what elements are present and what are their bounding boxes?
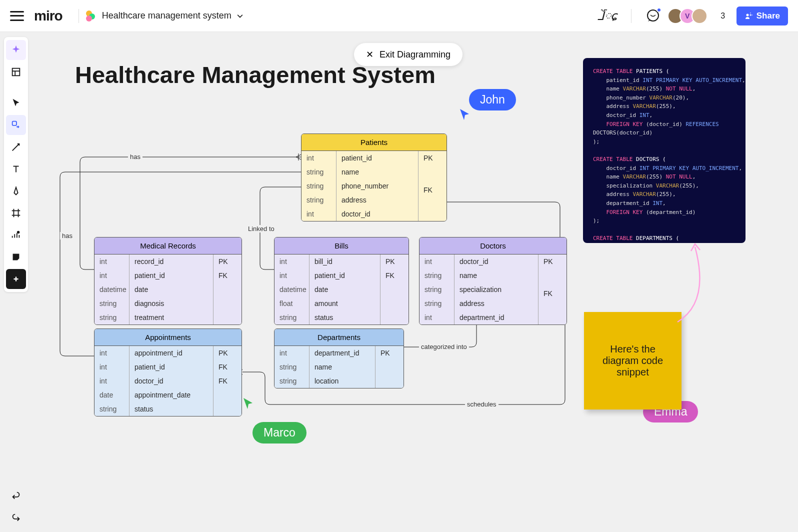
collaborator-avatars[interactable]: V [668,8,708,24]
template-tool[interactable] [6,62,26,82]
chat-icon[interactable] [646,8,660,24]
entity-title: Doctors [420,238,566,254]
cursor-marco: Marco [242,412,306,444]
svg-point-2 [750,14,751,16]
connector-tool[interactable] [6,137,26,157]
entity-appointments[interactable]: Appointments intintintdatestringappointm… [94,328,242,416]
divider [631,9,632,23]
svg-line-21 [296,154,301,157]
svg-rect-8 [12,122,16,126]
select-tool[interactable] [6,93,26,113]
entity-title: Bills [274,238,408,254]
add-tool[interactable] [6,269,26,289]
ai-tool[interactable] [6,40,26,60]
page-title: Healthcare Management System [75,61,436,88]
shapes-tool[interactable] [6,115,26,135]
frame-tool[interactable] [6,203,26,223]
arrow-annotation [670,242,730,327]
sticker-tool[interactable] [6,247,26,267]
entity-patients[interactable]: Patients intstringstringstringintpatient… [301,134,447,222]
entity-medical-records[interactable]: Medical Records intintdatetimestringstri… [94,237,242,325]
scribble-icon[interactable]: ᒧོɕ [597,9,617,23]
code-panel[interactable]: CREATE TABLE PATIENTS ( patient_id INT P… [583,58,746,243]
menu-button[interactable] [10,11,24,21]
entity-title: Appointments [94,329,242,346]
entity-title: Patients [302,134,446,151]
canvas[interactable]: ✕ Exit Diagramming Healthcare Management… [30,32,793,532]
text-tool[interactable] [6,159,26,179]
edge-label: categorized into [419,343,469,350]
cursor-john: John [459,89,516,110]
redo-button[interactable] [6,508,26,528]
chevron-down-icon[interactable] [236,12,244,20]
undo-button[interactable] [6,486,26,506]
edge-label: Linked to [246,225,276,232]
svg-point-1 [746,14,748,16]
svg-line-22 [296,157,301,160]
close-icon: ✕ [366,49,374,60]
edge-label: has [60,232,74,240]
svg-rect-5 [12,68,20,76]
share-button[interactable]: Share [736,6,788,26]
entity-title: Medical Records [94,238,242,254]
chart-tool[interactable] [6,225,26,245]
entity-departments[interactable]: Departments intstringstringdepartment_id… [274,328,404,388]
entity-doctors[interactable]: Doctors intstringstringstringintdoctor_i… [419,237,567,325]
pen-tool[interactable] [6,181,26,201]
project-icon [86,10,97,22]
edge-label: schedules [465,400,498,408]
user-count: 3 [716,10,730,22]
top-bar: miro Healthcare management system ᒧོɕ V … [0,0,798,32]
divider [78,9,79,23]
sticky-note[interactable]: Here's the diagram code snippet [584,312,682,410]
left-toolbar [4,37,28,292]
entity-body: intstringstringstringintpatient_idnameph… [302,151,446,221]
logo[interactable]: miro [34,8,62,24]
project-name[interactable]: Healthcare management system [102,10,232,21]
entity-bills[interactable]: Bills intintdatetimefloatstringbill_idpa… [274,237,409,325]
edge-label: has [128,153,142,160]
svg-point-15 [18,232,20,234]
entity-title: Departments [274,329,404,346]
